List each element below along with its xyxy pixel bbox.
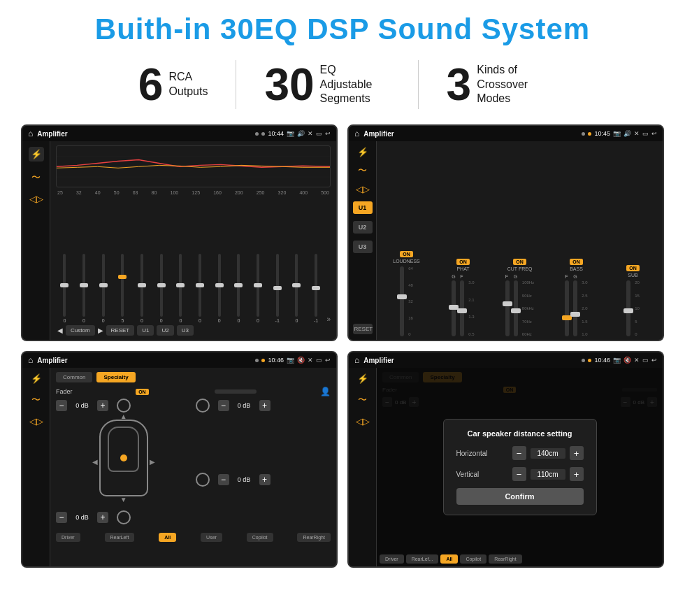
tab-specialty[interactable]: Specialty — [96, 372, 135, 382]
camera-icon-1: 📷 — [287, 130, 294, 137]
camera-icon-4: 📷 — [613, 357, 621, 364]
vertical-plus-btn[interactable]: + — [570, 467, 584, 481]
screen2-title: Amplifier — [363, 130, 577, 138]
eq-vol-icon[interactable]: ◁▷ — [29, 194, 43, 204]
vertical-minus-btn[interactable]: − — [512, 467, 526, 481]
arrow-down: ▼ — [120, 496, 127, 503]
eq-slider-1: 0 — [56, 254, 73, 323]
mixer-eq-icon[interactable]: ⚡ — [357, 147, 368, 157]
mixer-u1-btn[interactable]: U1 — [353, 201, 373, 214]
fader-wave-icon[interactable]: 〜 — [31, 394, 41, 406]
minimize-icon-2: ▭ — [642, 130, 649, 137]
dot-8 — [588, 359, 591, 362]
dot-3 — [582, 132, 585, 136]
dialog-row-vertical: Vertical − 110cm + — [456, 467, 584, 481]
mixer-reset-btn[interactable]: RESET — [353, 324, 373, 334]
dialog-wave-icon[interactable]: 〜 — [358, 394, 367, 406]
back-icon-2[interactable]: ↩ — [651, 130, 657, 137]
fader-minus-4[interactable]: − — [218, 474, 229, 485]
dialog-btn-rearleft[interactable]: RearLef... — [406, 554, 439, 564]
btn-user[interactable]: User — [201, 533, 222, 542]
dot-5 — [255, 359, 259, 362]
btn-all[interactable]: All — [159, 533, 176, 542]
fader-minus-3[interactable]: − — [218, 400, 229, 411]
home-icon-1[interactable]: ⌂ — [28, 129, 33, 138]
fader-sidebar: ⚡ 〜 ◁▷ — [22, 368, 50, 566]
fader-plus-4[interactable]: + — [259, 474, 271, 485]
cutfreq-fader-g[interactable] — [514, 280, 518, 336]
close-icon-3: ✕ — [308, 357, 313, 364]
btn-rear-right[interactable]: RearRight — [297, 533, 331, 542]
fader-eq-icon[interactable]: ⚡ — [31, 373, 42, 384]
home-icon-4[interactable]: ⌂ — [354, 355, 359, 365]
bass-scale: 3.0 2.5 2.0 1.5 1.0 — [582, 280, 587, 336]
fader-plus-1[interactable]: + — [97, 400, 108, 411]
eq-slider-3: 0 — [94, 254, 112, 323]
dialog-sidebar: ⚡ 〜 ◁▷ — [349, 368, 377, 566]
home-icon-3[interactable]: ⌂ — [28, 355, 33, 365]
mixer-vol-icon[interactable]: ◁▷ — [356, 184, 370, 194]
screen-mixer: ⌂ Amplifier 10:45 📷 🔊 ✕ ▭ ↩ ⚡ 〜 ◁▷ — [347, 124, 664, 341]
back-icon-3[interactable]: ↩ — [325, 357, 331, 364]
cutfreq-fader-f[interactable] — [505, 280, 510, 336]
eq-slider-8: 0 — [192, 254, 209, 323]
confirm-button[interactable]: Confirm — [456, 488, 584, 505]
eq-wave-icon[interactable]: 〜 — [31, 171, 41, 184]
fader-val-4: 0 dB — [232, 476, 257, 483]
dialog-btn-copilot[interactable]: Copilot — [460, 554, 486, 564]
mixer-main: ON LOUDNESS 64 48 32 16 — [377, 141, 663, 340]
back-icon-1[interactable]: ↩ — [325, 130, 331, 137]
status-icons-3: 10:46 📷 🔇 ✕ ▭ ↩ — [255, 357, 331, 364]
dialog-eq-icon[interactable]: ⚡ — [357, 373, 368, 384]
dialog-btn-rearright[interactable]: RearRight — [489, 554, 522, 564]
mixer-u3-btn[interactable]: U3 — [353, 241, 373, 253]
btn-rear-left[interactable]: RearLeft — [105, 533, 135, 542]
stat-crossover-number: 3 — [447, 62, 472, 107]
stat-crossover-label: Kinds of Crossover Modes — [477, 63, 547, 106]
eq-u2-btn[interactable]: U2 — [157, 325, 173, 336]
fader-slider-mini[interactable] — [215, 389, 257, 394]
bass-fader-f[interactable] — [565, 280, 569, 336]
dialog-btn-all[interactable]: All — [440, 554, 458, 564]
dialog-btn-driver[interactable]: Driver — [380, 554, 404, 564]
fader-plus-2[interactable]: + — [97, 512, 108, 523]
fader-minus-2[interactable]: − — [56, 512, 67, 523]
eq-prev-arrow[interactable]: ◀ — [57, 327, 63, 334]
eq-main: 25 32 40 50 63 80 100 125 160 200 250 32… — [50, 141, 336, 340]
eq-bottom-bar: ◀ Custom ▶ RESET U1 U2 U3 — [56, 323, 331, 336]
fader-vol-icon[interactable]: ◁▷ — [29, 416, 43, 427]
btn-copilot[interactable]: Copilot — [247, 533, 273, 542]
dot-7 — [582, 359, 585, 362]
mixer-u2-btn[interactable]: U2 — [353, 221, 373, 234]
home-icon-2[interactable]: ⌂ — [354, 129, 359, 138]
back-icon-4[interactable]: ↩ — [651, 357, 657, 364]
vol-icon-2: 🔊 — [623, 130, 631, 137]
eq-reset-btn[interactable]: RESET — [106, 325, 135, 336]
sub-fader[interactable] — [626, 280, 630, 336]
eq-pagination: » — [326, 315, 331, 323]
screen-dialog: ⌂ Amplifier 10:46 📷 🔇 ✕ ▭ ↩ ⚡ 〜 ◁▷ — [347, 351, 664, 568]
horizontal-minus-btn[interactable]: − — [512, 446, 526, 460]
eq-next-arrow[interactable]: ▶ — [98, 327, 103, 334]
car-center-dot — [120, 454, 127, 461]
bass-fader-g[interactable] — [573, 280, 577, 336]
screen1-title: Amplifier — [37, 130, 251, 138]
eq-u1-btn[interactable]: U1 — [137, 325, 154, 336]
tab-common[interactable]: Common — [56, 372, 92, 382]
phat-fader-f[interactable] — [460, 280, 464, 336]
btn-driver[interactable]: Driver — [56, 533, 80, 542]
eq-custom-btn[interactable]: Custom — [66, 325, 95, 336]
fader-plus-3[interactable]: + — [259, 400, 271, 411]
horizontal-value: 140cm — [531, 448, 565, 459]
phat-fader-g[interactable] — [452, 280, 456, 336]
fader-minus-1[interactable]: − — [56, 400, 67, 411]
horizontal-plus-btn[interactable]: + — [570, 446, 584, 460]
screen-eq: ⌂ Amplifier 10:44 📷 🔊 ✕ ▭ ↩ ⚡ 〜 ◁▷ — [21, 124, 338, 341]
eq-filter-icon[interactable]: ⚡ — [29, 147, 44, 162]
loudness-fader[interactable] — [400, 266, 404, 336]
mixer-wave-icon[interactable]: 〜 — [358, 164, 367, 177]
eq-u3-btn[interactable]: U3 — [177, 325, 194, 336]
stat-crossover: 3 Kinds of Crossover Modes — [419, 62, 575, 107]
dialog-vol-icon[interactable]: ◁▷ — [356, 416, 370, 427]
fader-user-icon[interactable]: 👤 — [320, 387, 331, 396]
